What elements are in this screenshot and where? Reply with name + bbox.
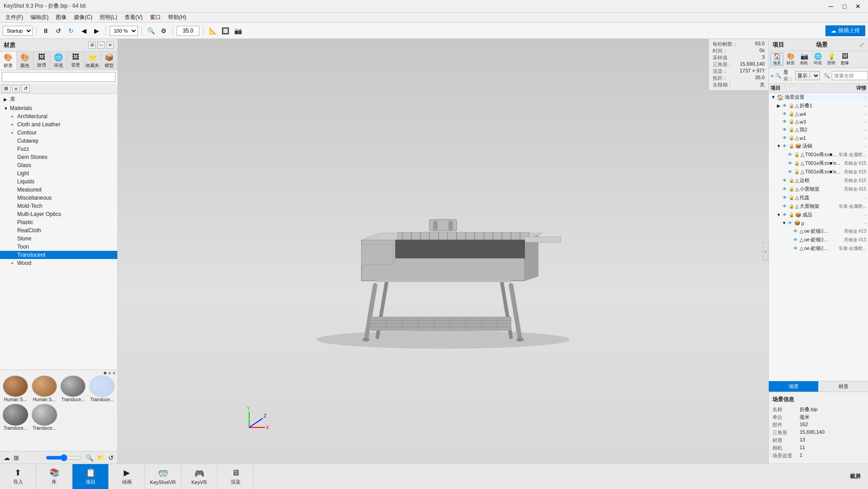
- close-button[interactable]: ✕: [852, 2, 864, 11]
- scene-node-tanguo[interactable]: ▼ 👁 🔒 📦 汤锅 -: [769, 142, 868, 150]
- scene-node-scenesettings[interactable]: ▼ 🏠 场景设置 -: [769, 93, 868, 101]
- search-input[interactable]: [2, 72, 116, 82]
- scene-icon-image[interactable]: 🖼 图像: [839, 53, 851, 66]
- toolbar-btn-4[interactable]: ◀: [78, 25, 89, 36]
- tab-materials[interactable]: 🎨 材质: [0, 52, 17, 70]
- display-select[interactable]: 显示：: [795, 71, 820, 80]
- toolbar-btn-10[interactable]: 📷: [232, 25, 243, 36]
- tree-item-stone[interactable]: Stone: [0, 235, 117, 243]
- scene-node-fold1[interactable]: ▶ 👁 🔒 △ 折叠1 -: [769, 101, 868, 110]
- thumb-dot-2[interactable]: [108, 372, 111, 374]
- scene-node-oe2[interactable]: 👁 △ oe·龁顿‖… 亮铬金 #13: [769, 235, 868, 244]
- scene-node-p[interactable]: ▼ 👁 📦 p -: [769, 219, 868, 227]
- tree-item-library[interactable]: ▶ 库: [0, 95, 117, 104]
- panel-close-btn[interactable]: ✕: [106, 42, 114, 49]
- tab-environment[interactable]: 🌐 环境: [50, 52, 67, 70]
- toolbar-btn-8[interactable]: 📐: [207, 25, 218, 36]
- tree-item-materials[interactable]: ▼ Materials: [0, 104, 117, 112]
- scene-icon-scene[interactable]: 🏠 场景: [771, 53, 783, 66]
- screenshot-btn[interactable]: 截屏: [850, 473, 868, 480]
- tree-item-measured[interactable]: Measured: [0, 186, 117, 194]
- zoom-select[interactable]: 100 %: [110, 26, 138, 36]
- tab-background[interactable]: 🖼 背景: [68, 52, 84, 70]
- panel-collapse-btn[interactable]: ─: [97, 42, 105, 49]
- viewport-collapse-right[interactable]: ‹: [763, 242, 768, 260]
- status-tab-library[interactable]: 📚 库: [36, 464, 72, 489]
- tree-item-liquids[interactable]: Liquids: [0, 177, 117, 186]
- tab-colors[interactable]: 🎨 颜色: [17, 52, 34, 70]
- scene-search-input[interactable]: [832, 71, 868, 80]
- startup-select[interactable]: Startup: [3, 26, 33, 36]
- status-tab-import[interactable]: ⬆ 导入: [0, 464, 36, 489]
- cloud-library-icon[interactable]: ☁: [4, 454, 10, 461]
- tree-item-wood[interactable]: + Wood: [0, 259, 117, 267]
- thumb-dot-1[interactable]: [104, 372, 106, 374]
- thumb-item-3[interactable]: Transluce...: [60, 375, 87, 402]
- scene-node-chengpin[interactable]: ▼ 👁 🔒 📦 成品 -: [769, 211, 868, 219]
- scene-node-w3[interactable]: 👁 🔒 △ w3 -: [769, 118, 868, 125]
- tab-favorites[interactable]: ⭐ 收藏夹: [84, 52, 101, 70]
- tree-item-multilayer[interactable]: Multi-Layer Optics: [0, 210, 117, 218]
- menu-edit[interactable]: 编辑(E): [27, 13, 52, 22]
- menu-camera[interactable]: 摄像(C): [70, 13, 96, 22]
- menu-lighting[interactable]: 照明(L): [96, 13, 121, 22]
- focal-input[interactable]: [177, 26, 199, 36]
- tree-item-miscellaneous[interactable]: Miscellaneous: [0, 194, 117, 202]
- toolbar-btn-5[interactable]: ▶: [91, 25, 102, 36]
- tree-item-glass[interactable]: Glass: [0, 161, 117, 169]
- tab-texture[interactable]: 🖼 纹理: [34, 52, 50, 70]
- status-tab-render[interactable]: 🖥 渲染: [217, 464, 254, 489]
- folder-icon[interactable]: 📁: [97, 454, 105, 461]
- tree-item-fuzz[interactable]: Fuzz: [0, 145, 117, 153]
- status-tab-project[interactable]: 📋 项目: [72, 464, 109, 489]
- tree-item-light[interactable]: Light: [0, 169, 117, 177]
- search-icon[interactable]: 🔍: [86, 454, 93, 461]
- tree-item-plastic[interactable]: Plastic: [0, 218, 117, 226]
- scene-icon-camera[interactable]: 📷 相机: [798, 53, 810, 66]
- viewport[interactable]: 每秒帧数： 93.0 时间： 0s 采样值 3 三角形： 15,690,140 …: [118, 39, 768, 464]
- tree-item-cutaway[interactable]: Cutaway: [0, 137, 117, 145]
- scene-node-oe3[interactable]: 👁 △ oe·龁顿‖… 车漆·金属靶...: [769, 244, 868, 253]
- menu-image[interactable]: 图像: [52, 13, 70, 22]
- tree-item-moldtech[interactable]: Mold-Tech: [0, 202, 117, 210]
- thumb-item-6[interactable]: Transluce...: [31, 404, 58, 431]
- thumb-item-4[interactable]: Transluce...: [88, 375, 116, 402]
- menu-view[interactable]: 查看(V): [121, 13, 146, 22]
- tree-item-translucent[interactable]: Translucent: [0, 251, 117, 259]
- toolbar-btn-1[interactable]: ⏸: [40, 25, 51, 36]
- toolbar-btn-7[interactable]: ⚙: [158, 25, 169, 36]
- status-tab-animation[interactable]: ▶ 动画: [109, 464, 145, 489]
- scene-node-xiaolan[interactable]: 👁 🔒 △ 小置物篮 亮铬金 #15: [769, 185, 868, 193]
- scene-node-wo2[interactable]: 👁 🔒 △ 我2 -: [769, 125, 868, 134]
- tree-item-realcloth[interactable]: RealCloth: [0, 226, 117, 235]
- right-panel-expand-icon[interactable]: ⤢: [859, 41, 864, 48]
- refresh-icon[interactable]: ↺: [108, 454, 114, 461]
- tree-toolbar-btn2[interactable]: ≡: [12, 85, 19, 92]
- bottom-tab-material[interactable]: 材质: [819, 381, 868, 392]
- scene-node-oe1[interactable]: 👁 △ oe·龁顿‖… 亮铬金 #13: [769, 227, 868, 235]
- maximize-button[interactable]: □: [838, 2, 851, 11]
- scene-icon-environment[interactable]: 🌐 环境: [811, 53, 824, 66]
- scene-node-biankuang[interactable]: 👁 🔒 △ 边框 亮铬金 #15: [769, 176, 868, 185]
- minimize-button[interactable]: ─: [825, 2, 837, 11]
- scene-icon-materials[interactable]: 🎨 材质: [784, 53, 797, 66]
- menu-window[interactable]: 窗口: [146, 13, 164, 22]
- thumb-item-2[interactable]: Human S...: [31, 375, 58, 402]
- scene-node-t001b[interactable]: 👁 🔒 △ T001e再±c■'e... 亮铬金 #15: [769, 159, 868, 168]
- toolbar-btn-2[interactable]: ↺: [53, 25, 64, 36]
- upload-button[interactable]: ☁ 插插上传: [825, 25, 865, 36]
- tab-models[interactable]: 📦 模型: [101, 52, 117, 70]
- tree-item-toon[interactable]: Toon: [0, 243, 117, 251]
- scene-node-t001c[interactable]: 👁 🔒 △ T001e再±c■'e... 亮铬金 #15: [769, 168, 868, 176]
- size-slider[interactable]: [46, 454, 82, 461]
- tree-toolbar-btn1[interactable]: ⊞: [2, 85, 10, 92]
- bottom-tab-scene[interactable]: 场景: [769, 381, 819, 392]
- grid-view-icon[interactable]: ⊞: [14, 454, 19, 461]
- thumb-item-5[interactable]: Transluce...: [2, 404, 29, 431]
- tree-item-gemstones[interactable]: Gem Stones: [0, 153, 117, 161]
- scene-node-w4[interactable]: 👁 🔒 △ w4 -: [769, 110, 868, 118]
- scene-icon-lighting[interactable]: 💡 照明: [825, 53, 838, 66]
- tree-item-contour[interactable]: + Contour: [0, 129, 117, 137]
- toolbar-btn-6[interactable]: 🔍: [145, 25, 156, 36]
- status-tab-keyvr[interactable]: 🎮 KeyVR: [181, 464, 217, 489]
